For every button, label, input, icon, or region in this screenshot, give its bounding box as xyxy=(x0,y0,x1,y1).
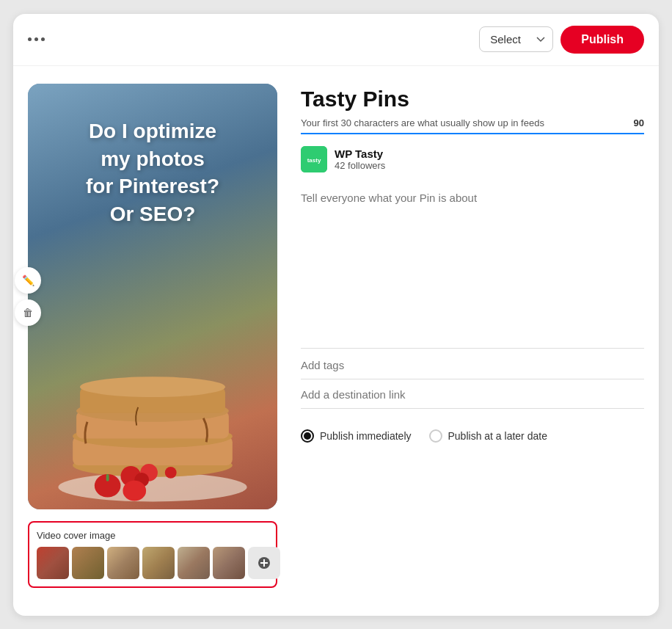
publish-button[interactable]: Publish xyxy=(560,26,644,54)
publish-options: Publish immediately Publish at a later d… xyxy=(301,429,644,443)
thumbnail-5[interactable] xyxy=(178,547,210,579)
left-panel: Do I optimize my photos for Pinterest? O… xyxy=(28,84,277,588)
add-thumbnail-button[interactable] xyxy=(248,547,280,579)
right-panel: Tasty Pins Your first 30 characters are … xyxy=(301,84,644,588)
thumbnail-2[interactable] xyxy=(72,547,104,579)
video-cover-section: Video cover image xyxy=(28,521,277,588)
destination-link-input[interactable] xyxy=(301,381,644,409)
image-actions: ✏️ 🗑 xyxy=(15,267,41,326)
account-name: WP Tasty xyxy=(335,148,385,160)
pin-title: Tasty Pins xyxy=(301,87,644,112)
avatar: tasty xyxy=(301,146,327,172)
thumbnail-6[interactable] xyxy=(213,547,245,579)
thumbnail-3[interactable] xyxy=(107,547,139,579)
pin-text-overlay: Do I optimize my photos for Pinterest? O… xyxy=(28,84,277,263)
account-row: tasty WP Tasty 42 followers xyxy=(301,146,644,172)
thumbnail-4[interactable] xyxy=(142,547,175,579)
publish-later-radio[interactable] xyxy=(429,429,442,443)
char-count: 90 xyxy=(634,117,644,128)
publish-immediately-radio[interactable] xyxy=(301,429,314,443)
publish-later-option[interactable]: Publish at a later date xyxy=(429,429,547,443)
video-cover-label: Video cover image xyxy=(37,530,269,541)
thumbnail-1[interactable] xyxy=(37,547,69,579)
char-hint-row: Your first 30 characters are what usuall… xyxy=(301,117,644,134)
svg-point-11 xyxy=(165,467,177,479)
pin-overlay-text: Do I optimize my photos for Pinterest? O… xyxy=(86,117,219,228)
board-select[interactable]: Select Board 1 Board 2 xyxy=(479,26,553,52)
publish-later-label: Publish at a later date xyxy=(448,430,547,442)
thumbnail-strip xyxy=(37,547,269,579)
svg-point-14 xyxy=(123,481,146,501)
svg-rect-17 xyxy=(260,562,268,564)
account-info: WP Tasty 42 followers xyxy=(335,148,385,171)
svg-rect-13 xyxy=(106,474,109,481)
food-illustration xyxy=(28,262,277,509)
main-content: Do I optimize my photos for Pinterest? O… xyxy=(13,66,659,606)
publish-immediately-option[interactable]: Publish immediately xyxy=(301,429,412,443)
header-actions: Select Board 1 Board 2 Publish xyxy=(479,26,644,54)
tags-input[interactable] xyxy=(301,352,644,379)
header: Select Board 1 Board 2 Publish xyxy=(13,14,659,66)
main-card: Select Board 1 Board 2 Publish xyxy=(13,14,659,616)
svg-text:tasty: tasty xyxy=(307,157,321,164)
delete-button[interactable]: 🗑 xyxy=(15,299,41,326)
svg-point-7 xyxy=(80,377,225,397)
more-options-icon[interactable] xyxy=(28,37,45,41)
pin-image-container: Do I optimize my photos for Pinterest? O… xyxy=(28,84,277,509)
edit-button[interactable]: ✏️ xyxy=(15,267,41,294)
description-textarea[interactable] xyxy=(301,187,644,349)
account-followers: 42 followers xyxy=(335,160,385,171)
publish-immediately-label: Publish immediately xyxy=(320,430,412,442)
char-hint-text: Your first 30 characters are what usuall… xyxy=(301,117,544,128)
